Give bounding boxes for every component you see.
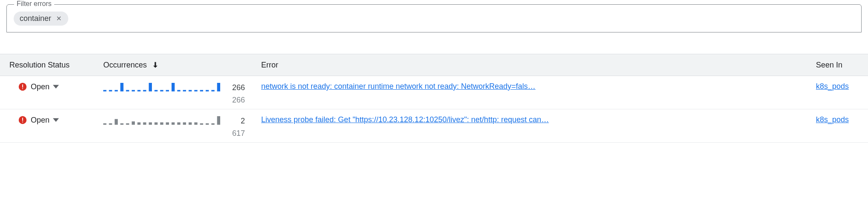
svg-rect-6 <box>120 83 123 91</box>
chevron-down-icon[interactable] <box>53 84 59 90</box>
svg-rect-47 <box>217 116 220 125</box>
svg-rect-2 <box>22 88 23 89</box>
svg-rect-27 <box>103 123 106 125</box>
svg-rect-9 <box>137 90 140 91</box>
svg-rect-21 <box>206 90 209 91</box>
svg-rect-39 <box>172 122 175 125</box>
col-label: Error <box>261 61 278 70</box>
svg-rect-41 <box>183 122 186 125</box>
svg-rect-34 <box>143 122 146 125</box>
svg-rect-46 <box>211 123 214 125</box>
svg-rect-35 <box>149 122 152 125</box>
svg-rect-42 <box>189 122 192 125</box>
svg-rect-37 <box>160 122 163 125</box>
occurrence-total: 266 <box>103 96 245 105</box>
svg-rect-31 <box>126 123 129 125</box>
svg-rect-15 <box>172 83 175 91</box>
svg-rect-14 <box>166 90 169 91</box>
error-link[interactable]: Liveness probe failed: Get "https://10.2… <box>261 115 816 124</box>
col-resolution-status[interactable]: Resolution Status <box>9 61 103 70</box>
svg-rect-33 <box>137 122 140 125</box>
status-text[interactable]: Open <box>31 82 50 91</box>
svg-rect-36 <box>154 122 157 125</box>
error-status-icon <box>18 82 27 91</box>
svg-rect-4 <box>109 90 112 91</box>
filter-chip[interactable]: container <box>14 12 68 26</box>
errors-table: Resolution Status Occurrences Error Seen… <box>0 54 868 143</box>
svg-rect-8 <box>132 90 135 91</box>
svg-rect-26 <box>22 122 23 123</box>
svg-rect-45 <box>206 123 209 125</box>
svg-rect-3 <box>103 90 106 91</box>
svg-rect-25 <box>22 118 23 121</box>
svg-rect-40 <box>177 122 180 125</box>
seen-in-link[interactable]: k8s_pods <box>816 115 859 124</box>
svg-rect-13 <box>160 90 163 91</box>
svg-rect-17 <box>183 90 186 91</box>
error-status-icon <box>18 115 27 125</box>
svg-rect-28 <box>109 123 112 125</box>
col-error[interactable]: Error <box>261 61 816 70</box>
svg-rect-10 <box>143 90 146 91</box>
col-label: Occurrences <box>103 61 147 70</box>
table-row: Open 2 617 Liveness probe failed: Get "h… <box>0 109 868 143</box>
svg-rect-23 <box>217 83 220 91</box>
svg-rect-38 <box>166 122 169 125</box>
svg-rect-30 <box>120 123 123 125</box>
occurrence-count: 2 <box>228 117 245 126</box>
svg-rect-7 <box>126 90 129 91</box>
table-row: Open 266 266 network is not ready: conta… <box>0 76 868 109</box>
chevron-down-icon[interactable] <box>53 117 59 123</box>
svg-rect-43 <box>194 122 197 125</box>
sparkline-chart <box>103 115 223 126</box>
svg-rect-5 <box>115 90 118 91</box>
svg-rect-19 <box>194 90 197 91</box>
sparkline-chart <box>103 82 223 92</box>
filter-label: Filter errors <box>14 0 54 8</box>
table-header-row: Resolution Status Occurrences Error Seen… <box>0 54 868 76</box>
seen-in-link[interactable]: k8s_pods <box>816 82 859 91</box>
filter-chip-text: container <box>20 14 51 23</box>
col-label: Resolution Status <box>9 61 70 70</box>
occurrence-total: 617 <box>103 129 245 138</box>
col-occurrences[interactable]: Occurrences <box>103 61 261 70</box>
close-icon[interactable] <box>55 15 62 22</box>
svg-rect-12 <box>154 90 157 91</box>
svg-rect-16 <box>177 90 180 91</box>
arrow-down-icon <box>151 61 160 69</box>
error-link[interactable]: network is not ready: container runtime … <box>261 82 816 91</box>
svg-rect-18 <box>189 90 192 91</box>
svg-rect-20 <box>200 90 203 91</box>
svg-rect-11 <box>149 83 152 91</box>
occurrence-count: 266 <box>228 83 245 92</box>
svg-rect-44 <box>200 123 203 125</box>
status-text[interactable]: Open <box>31 116 50 125</box>
filter-input-box[interactable]: container <box>6 4 862 32</box>
col-seen-in[interactable]: Seen In <box>816 61 859 70</box>
svg-rect-32 <box>132 121 135 125</box>
col-label: Seen In <box>816 61 842 70</box>
svg-rect-29 <box>115 119 118 125</box>
svg-rect-1 <box>22 85 23 88</box>
svg-rect-22 <box>211 90 214 91</box>
